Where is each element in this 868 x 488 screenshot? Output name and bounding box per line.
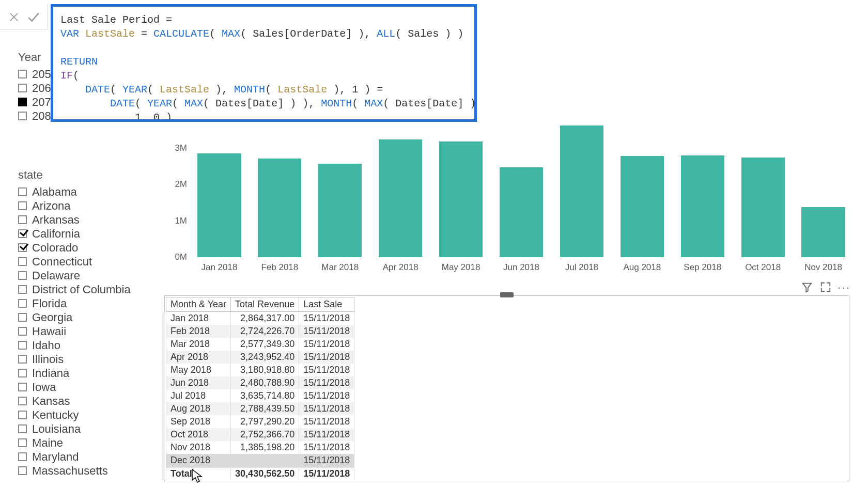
table-cell-lastsale: 15/11/2018 [299, 338, 354, 351]
checkbox-icon[interactable] [18, 187, 27, 196]
dax-formula-editor[interactable]: Last Sale Period = VAR LastSale = CALCUL… [51, 4, 477, 122]
table-row[interactable]: May 20183,180,918.8015/11/2018 [166, 364, 354, 376]
chart-bar[interactable] [258, 159, 301, 257]
checkbox-icon[interactable] [18, 411, 27, 419]
checkbox-icon[interactable] [18, 243, 27, 252]
checkbox-icon[interactable] [18, 424, 27, 433]
state-slicer-item[interactable]: Iowa [18, 380, 131, 394]
chart-bar[interactable] [560, 125, 603, 257]
year-slicer-item[interactable]: 206 [18, 81, 51, 95]
table-column-header[interactable]: Total Revenue [231, 297, 299, 312]
checkbox-icon[interactable] [18, 466, 27, 475]
focus-mode-icon[interactable] [820, 281, 831, 293]
state-slicer-item[interactable]: Arizona [18, 199, 131, 213]
table-scrollbar[interactable] [162, 311, 165, 480]
state-slicer-item[interactable]: Kansas [18, 394, 131, 408]
visual-drag-handle[interactable] [500, 292, 514, 297]
checkbox-icon[interactable] [18, 452, 27, 461]
x-axis-tick-label: Feb 2018 [251, 262, 308, 273]
table-cell-lastsale: 15/11/2018 [299, 325, 354, 338]
state-slicer-item[interactable]: District of Columbia [18, 282, 131, 296]
revenue-bar-chart[interactable]: 0M1M2M3MJan 2018Feb 2018Mar 2018Apr 2018… [164, 123, 857, 278]
checkbox-icon[interactable] [18, 355, 27, 364]
checkbox-icon[interactable] [18, 112, 27, 120]
revenue-table-visual[interactable]: ··· Month & YearTotal RevenueLast Sale J… [164, 295, 849, 481]
table-cell-lastsale: 15/11/2018 [299, 389, 354, 402]
table-row[interactable]: Jan 20182,864,317.0015/11/2018 [166, 312, 354, 325]
checkbox-icon[interactable] [18, 341, 27, 350]
chart-bar[interactable] [741, 158, 785, 257]
table-row[interactable]: Sep 20182,797,290.2015/11/2018 [166, 415, 354, 428]
table-cell-month: Apr 2018 [166, 351, 231, 364]
state-slicer-item[interactable]: Arkansas [18, 213, 131, 227]
state-slicer-item[interactable]: Louisiana [18, 422, 131, 436]
chart-bar[interactable] [801, 207, 845, 257]
checkbox-icon[interactable] [18, 383, 27, 391]
state-slicer-label: California [32, 227, 80, 241]
more-options-icon[interactable]: ··· [839, 281, 850, 293]
chart-bar[interactable] [621, 156, 664, 257]
x-axis-tick-label: Jun 2018 [493, 262, 550, 273]
year-slicer-item[interactable]: 205 [18, 67, 51, 81]
table-column-header[interactable]: Last Sale [299, 297, 354, 312]
state-slicer-item[interactable]: California [18, 227, 131, 241]
state-slicer-item[interactable]: Maine [18, 436, 131, 450]
chart-bar[interactable] [318, 164, 362, 257]
year-slicer[interactable]: Year 205206207208 [18, 51, 51, 123]
checkbox-icon[interactable] [18, 98, 27, 106]
state-slicer-item[interactable]: Massachusetts [18, 464, 131, 478]
state-slicer-label: Georgia [32, 311, 72, 324]
checkbox-icon[interactable] [18, 70, 27, 78]
checkbox-icon[interactable] [18, 271, 27, 280]
checkbox-icon[interactable] [18, 299, 27, 308]
table-row[interactable]: Aug 20182,788,439.5015/11/2018 [166, 402, 354, 415]
year-slicer-item[interactable]: 208 [18, 109, 51, 123]
checkbox-icon[interactable] [18, 438, 27, 447]
chart-bar[interactable] [197, 153, 241, 257]
state-slicer[interactable]: state AlabamaArizonaArkansasCaliforniaCo… [18, 168, 131, 478]
state-slicer-item[interactable]: Indiana [18, 366, 131, 380]
checkbox-icon[interactable] [18, 201, 27, 210]
table-row[interactable]: Mar 20182,577,349.3015/11/2018 [166, 338, 354, 351]
confirm-check-icon[interactable] [26, 10, 41, 24]
chart-bar[interactable] [439, 141, 483, 257]
chart-bar[interactable] [500, 167, 543, 257]
checkbox-icon[interactable] [18, 84, 27, 92]
checkbox-icon[interactable] [18, 229, 27, 238]
filter-icon[interactable] [801, 281, 813, 293]
year-slicer-item[interactable]: 207 [18, 95, 51, 109]
state-slicer-title: state [18, 168, 131, 182]
state-slicer-label: Hawaii [32, 325, 66, 338]
checkbox-icon[interactable] [18, 397, 27, 405]
state-slicer-item[interactable]: Idaho [18, 338, 131, 352]
cancel-icon[interactable] [7, 10, 21, 24]
checkbox-icon[interactable] [18, 313, 27, 322]
state-slicer-item[interactable]: Illinois [18, 352, 131, 366]
checkbox-icon[interactable] [18, 285, 27, 294]
chart-bar[interactable] [379, 139, 422, 257]
state-slicer-item[interactable]: Colorado [18, 241, 131, 255]
state-slicer-item[interactable]: Alabama [18, 185, 131, 199]
table-row[interactable]: Apr 20183,243,952.4015/11/2018 [166, 351, 354, 364]
state-slicer-item[interactable]: Florida [18, 296, 131, 310]
checkbox-icon[interactable] [18, 327, 27, 336]
state-slicer-item[interactable]: Georgia [18, 310, 131, 324]
table-cell-month: Jul 2018 [166, 389, 231, 402]
state-slicer-item[interactable]: Connecticut [18, 255, 131, 269]
revenue-table[interactable]: Month & YearTotal RevenueLast Sale Jan 2… [166, 297, 354, 480]
state-slicer-item[interactable]: Kentucky [18, 408, 131, 422]
table-row[interactable]: Jun 20182,480,788.9015/11/2018 [166, 376, 354, 389]
checkbox-icon[interactable] [18, 215, 27, 224]
checkbox-icon[interactable] [18, 257, 27, 266]
checkbox-icon[interactable] [18, 369, 27, 377]
chart-bar[interactable] [681, 155, 724, 257]
table-row[interactable]: Dec 201815/11/2018 [166, 454, 354, 467]
table-row[interactable]: Feb 20182,724,226.7015/11/2018 [166, 325, 354, 338]
state-slicer-item[interactable]: Maryland [18, 450, 131, 464]
state-slicer-item[interactable]: Hawaii [18, 324, 131, 338]
table-row[interactable]: Jul 20183,635,714.8015/11/2018 [166, 389, 354, 402]
state-slicer-item[interactable]: Delaware [18, 269, 131, 282]
table-row[interactable]: Oct 20182,752,366.7015/11/2018 [166, 428, 354, 441]
table-column-header[interactable]: Month & Year [166, 297, 231, 312]
table-row[interactable]: Nov 20181,385,198.2015/11/2018 [166, 441, 354, 454]
